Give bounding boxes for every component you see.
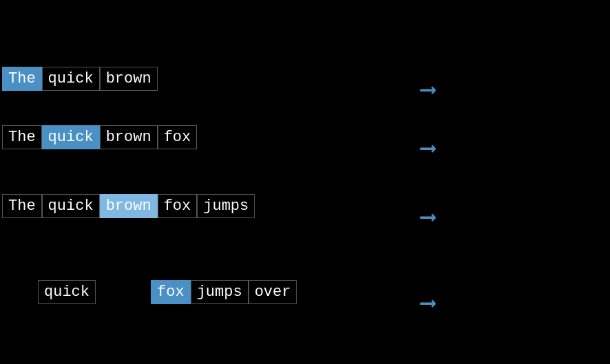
token: quick — [42, 67, 100, 91]
token: jumps — [191, 280, 249, 304]
arrow-4: ⟶ — [421, 289, 434, 317]
token: quick — [42, 125, 100, 149]
token-row-3: The quick brown fox jumps — [2, 194, 255, 218]
token: The — [2, 194, 42, 218]
token: The — [2, 67, 42, 91]
token: jumps — [197, 194, 255, 218]
token: fox — [158, 125, 198, 149]
token: fox — [158, 194, 198, 218]
token-row-2: The quick brown fox — [2, 125, 197, 149]
token: quick — [42, 194, 100, 218]
token: fox — [151, 280, 191, 304]
token: quick — [38, 280, 96, 304]
token: The — [2, 125, 42, 149]
token: over — [249, 280, 297, 304]
arrow-3: ⟶ — [421, 203, 434, 231]
token: brown — [100, 67, 158, 91]
arrow-2: ⟶ — [421, 134, 434, 162]
token-row-4: quick fox jumps over — [38, 280, 297, 304]
token-row-1: The quick brown — [2, 67, 158, 91]
arrow-1: ⟶ — [421, 76, 434, 103]
token: brown — [100, 194, 158, 218]
token: brown — [100, 125, 158, 149]
